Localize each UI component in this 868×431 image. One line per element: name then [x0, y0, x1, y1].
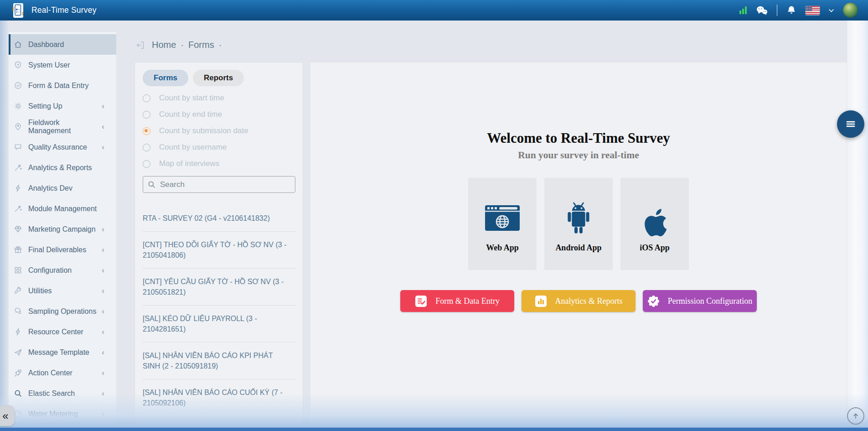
analytics-reports-button[interactable]: Analytics & Reports	[522, 290, 636, 312]
breadcrumb-separator: ·	[219, 40, 222, 50]
permission-configuration-button[interactable]: Permission Configuration	[643, 290, 757, 312]
chevron-left-icon: ‹	[102, 266, 116, 275]
sidebar-item-label: Analytics Dev	[28, 184, 72, 192]
radio-label: Count by username	[159, 143, 227, 152]
arrow-up-icon	[851, 411, 861, 421]
sidebar-item-module-management[interactable]: Module Management ‹	[9, 198, 116, 219]
web-app-card[interactable]: Web App	[468, 178, 537, 270]
search-input[interactable]	[143, 176, 295, 193]
web-app-icon	[485, 196, 520, 242]
map-pin-icon	[14, 122, 22, 131]
radio-count-by-end-time[interactable]: Count by end time	[143, 106, 296, 123]
chevron-left-icon: ‹	[102, 245, 116, 254]
sidebar-item-label: Action Center	[28, 369, 72, 377]
lightning-icon	[14, 184, 22, 192]
sidebar-item-system-user[interactable]: System User ‹	[9, 55, 116, 75]
sidebar-item-analytics-dev[interactable]: Analytics Dev ‹	[9, 178, 116, 198]
us-flag-icon[interactable]	[806, 6, 820, 15]
sidebar-item-label: Setting Up	[28, 102, 62, 110]
ios-app-card[interactable]: iOS App	[620, 178, 689, 270]
sidebar-item-analytics-reports[interactable]: Analytics & Reports ‹	[9, 157, 116, 178]
signal-bars-icon	[739, 6, 747, 14]
breadcrumb-home[interactable]: Home	[152, 40, 176, 50]
web-app-label: Web App	[486, 243, 519, 253]
gift-icon	[14, 245, 22, 254]
sidebar-item-label: Dashboard	[28, 41, 64, 49]
tab-reports[interactable]: Reports	[193, 70, 244, 86]
android-app-card[interactable]: Android App	[544, 178, 613, 270]
sidebar-item-elastic-search[interactable]: Elastic Search ‹	[9, 383, 116, 404]
sidebar-item-sampling-operations[interactable]: Sampling Operations ‹	[9, 301, 116, 322]
sidebar-item-setting-up[interactable]: Setting Up ‹	[9, 96, 116, 116]
radio-circle	[143, 160, 150, 168]
sidebar-item-label: Form & Data Entry	[28, 82, 88, 90]
main-content: Welcome to Real-Time Survey Run your sur…	[310, 62, 847, 431]
chat-icon[interactable]	[755, 5, 768, 16]
sidebar-item-label: Fieldwork Management	[28, 119, 102, 135]
chevron-left-icon: ‹	[102, 286, 116, 296]
count-radio-group: Count by start time Count by end time Co…	[143, 90, 296, 172]
breadcrumb-forms[interactable]: Forms	[188, 40, 214, 50]
radio-map-of-interviews[interactable]: Map of interviews	[143, 156, 296, 172]
breadcrumb: Home · Forms ·	[135, 40, 222, 50]
welcome-title: Welcome to Real-Time Survey	[310, 130, 847, 146]
android-app-label: Android App	[555, 243, 601, 253]
scroll-to-top-button[interactable]	[847, 407, 864, 425]
floating-menu-button[interactable]	[837, 110, 864, 138]
bar-chart-icon	[535, 295, 547, 307]
radio-label: Count by start time	[159, 93, 224, 103]
tab-forms[interactable]: Forms	[143, 70, 188, 86]
sidebar-item-quality-assurance[interactable]: Quality Assurance ‹	[9, 137, 116, 157]
chevron-left-icon: ‹	[102, 102, 116, 111]
home-icon	[14, 40, 22, 49]
sidebar-item-resource-center[interactable]: Resource Center ‹	[9, 322, 116, 342]
welcome-subtitle: Run your survey in real-time	[310, 150, 847, 161]
sidebar-collapse-button[interactable]: «	[0, 405, 15, 426]
sidebar-item-final-deliverables[interactable]: Final Deliverables ‹	[9, 239, 116, 260]
back-exit-icon[interactable]	[135, 40, 145, 50]
radio-count-by-start-time[interactable]: Count by start time	[143, 90, 296, 106]
radio-count-by-submission-date[interactable]: Count by submission date	[143, 123, 296, 139]
grid-icon	[14, 266, 22, 275]
left-edge-gradient	[0, 21, 9, 431]
right-edge-gradient	[847, 21, 868, 431]
sidebar-item-utilities[interactable]: Utilities ‹	[9, 280, 116, 301]
sidebar-item-fieldwork-management[interactable]: Fieldwork Management ‹	[9, 116, 116, 137]
survey-phone-logo[interactable]	[13, 3, 24, 18]
sidebar-item-action-center[interactable]: Action Center ‹	[9, 363, 116, 383]
comment-icon	[14, 143, 22, 151]
shield-icon	[14, 61, 22, 69]
sidebar-item-label: Water Metering	[28, 410, 78, 418]
sidebar-item-marketing-campaign[interactable]: Marketing Campaign ‹	[9, 219, 116, 239]
form-list-item[interactable]: [CNT] THEO DÕI GIẤY TỜ - HỒ SƠ NV (3 - 2…	[143, 232, 296, 269]
sidebar-item-form-data-entry[interactable]: Form & Data Entry ‹	[9, 75, 116, 96]
form-list-item[interactable]: RTA - SURVEY 02 (G4 - v2106141832)	[143, 205, 296, 232]
sidebar-item-water-metering[interactable]: Water Metering ‹	[9, 404, 116, 424]
form-list-item[interactable]: [SAL] NHÂN VIÊN BÁO CÁO CUỐI KỲ (7 - 210…	[143, 379, 296, 416]
chevron-left-icon: ‹	[102, 410, 116, 419]
form-list-item[interactable]: [CNT] YÊU CẦU GIẤY TỜ - HỒ SƠ NV (3 - 21…	[143, 269, 296, 306]
chevron-down-icon[interactable]	[828, 8, 834, 13]
radio-count-by-username[interactable]: Count by username	[143, 139, 296, 156]
sidebar-item-label: Final Deliverables	[28, 246, 86, 254]
radio-circle	[143, 144, 150, 151]
breadcrumb-separator: ·	[181, 40, 184, 50]
chevron-left-icon: ‹	[102, 307, 116, 316]
form-list-item-partial	[143, 416, 296, 423]
form-entry-icon	[415, 295, 427, 307]
radio-circle	[143, 111, 150, 119]
sidebar-item-dashboard[interactable]: Dashboard ‹	[9, 34, 116, 55]
sidebar-item-message-template[interactable]: Message Template ‹	[9, 342, 116, 363]
form-data-entry-button[interactable]: Form & Data Entry	[400, 290, 514, 312]
sidebar-item-label: Analytics & Reports	[28, 164, 92, 172]
sidebar-item-label: Utilities	[28, 287, 52, 295]
user-avatar[interactable]	[843, 3, 858, 18]
gauge-icon	[14, 410, 22, 418]
form-list-item[interactable]: [SAL] NHÂN VIÊN BÁO CÁO KPI PHÁT SINH (2…	[143, 343, 296, 379]
form-list-item[interactable]: [SAL] KÉO DỮ LIỆU PAYROLL (3 - 210428165…	[143, 306, 296, 343]
gear-icon	[14, 102, 22, 110]
paper-plane-icon	[14, 348, 22, 357]
sidebar-item-configuration[interactable]: Configuration ‹	[9, 260, 116, 280]
bell-icon[interactable]	[786, 5, 797, 16]
radio-label: Count by submission date	[159, 126, 248, 135]
